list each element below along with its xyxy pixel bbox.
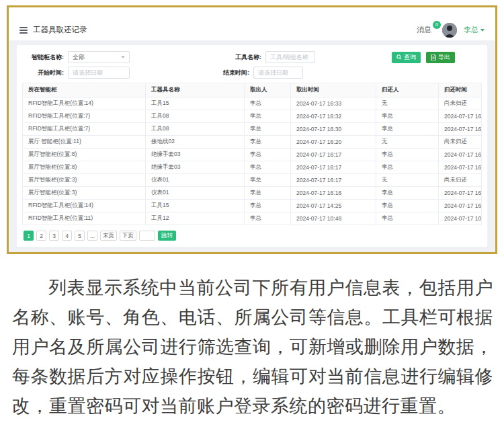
start-time-label: 开始时间: [22,69,64,77]
table-body: RFID智能工具柜(位置:14)工具15李总2024-07-17 16:33无尚… [23,97,482,225]
table-cell: 展厅智能柜(位置:3) [23,187,146,200]
table-cell: 2024-07-17 16:32 [439,123,482,136]
avatar[interactable] [442,23,457,38]
goto-page-input[interactable] [139,231,155,241]
table-cell: 无 [376,174,439,187]
table-cell: 2024-07-17 16:32 [291,110,376,123]
search-icon [396,54,402,60]
table-cell: RFID智能工具柜(位置:11) [23,212,146,225]
table-cell: 李总 [376,187,439,200]
table-row: 展厅智能柜(位置:8)绝缘手套03李总2024-07-17 16:17李总202… [23,149,482,161]
cabinet-name-label: 智能柜名称: [22,53,64,62]
table-cell: 无 [376,97,439,110]
table-cell: 接地线02 [146,136,245,149]
app-navbar: 工器具取还记录 消息 0 李总 [9,7,495,40]
message-link[interactable]: 消息 0 [417,25,435,35]
table-cell: 李总 [376,123,439,136]
table-row: 展厅智能柜(位置:3)仪表01李总2024-07-17 16:17无尚未归还 [23,174,482,187]
table-header-cell: 取出时间 [291,83,376,97]
message-label: 消息 [417,26,431,34]
records-panel: 智能柜名称: 全部 工具名称: 查询 导出 [17,45,487,247]
table-cell: 2024-07-17 10:48 [291,212,376,225]
table-cell: 无 [376,136,439,149]
table-cell: 2024-07-17 16:17 [291,174,376,187]
table-header-cell: 工器具名称 [146,83,245,97]
last-page-button[interactable]: 末页 [100,231,117,241]
table-cell: RFID智能工具柜(位置:7) [23,123,146,136]
content-area: 智能柜名称: 全部 工具名称: 查询 导出 [9,40,495,252]
table-cell: 2024-07-17 16:30 [291,123,376,136]
export-button[interactable]: 导出 [426,52,455,63]
table-cell: 尚未归还 [439,136,482,149]
table-cell: 2024-07-17 16:20 [291,136,376,149]
table-row: RFID智能工具柜(位置:14)工具15李总2024-07-17 14:25李总… [23,200,482,212]
page-button[interactable]: ... [87,231,97,241]
table-row: RFID智能工具柜(位置:14)工具15李总2024-07-17 16:33无尚… [23,97,482,110]
table-cell: 李总 [245,149,291,161]
table-cell: 李总 [245,97,291,110]
table-cell: 尚未归还 [439,174,482,187]
hamburger-menu-icon[interactable] [19,27,28,34]
table-cell: 工具08 [146,110,245,123]
tool-name-input[interactable] [265,51,315,63]
goto-button[interactable]: 跳转 [158,231,176,241]
table-row: 展厅智能柜(位置:3)仪表01李总2024-07-17 16:16李总2024-… [23,187,482,200]
table-cell: 工具12 [146,212,245,225]
table-cell: RFID智能工具柜(位置:7) [23,110,146,123]
table-cell: 李总 [245,212,291,225]
description-paragraph: 列表显示系统中当前公司下所有用户信息表，包括用户名称、账号、角色、电话、所属公司… [12,273,493,421]
user-name: 李总 [464,25,478,35]
tool-name-label: 工具名称: [222,53,261,62]
table-cell: 李总 [245,187,291,200]
cabinet-select[interactable]: 全部 [68,51,130,63]
table-cell: 李总 [376,200,439,212]
table-header-cell: 取出人 [245,83,291,97]
table-cell: 工具15 [146,97,245,110]
table-header-cell: 归还人 [376,83,439,97]
table-cell: 展厅智能柜(位置:3) [23,174,146,187]
filter-row-1: 智能柜名称: 全部 工具名称: 查询 导出 [22,50,482,64]
start-date-input[interactable] [68,67,130,79]
page-button[interactable]: 5 [75,231,85,241]
table-header-row: 所在智能柜工器具名称取出人取出时间归还人归还时间 [23,83,482,97]
next-page-button[interactable]: 下页 [120,231,136,241]
table-cell: 绝缘手套03 [146,161,245,174]
table-cell: 李总 [245,161,291,174]
cabinet-select-value: 全部 [73,53,85,62]
table-cell: 2024-07-17 16:17 [439,161,482,174]
select-caret-icon [121,56,125,58]
page-title: 工器具取还记录 [33,25,87,35]
table-cell: 工具15 [146,200,245,212]
table-cell: RFID智能工具柜(位置:14) [23,97,146,110]
search-button[interactable]: 查询 [392,52,421,63]
table-cell: 李总 [245,174,291,187]
table-cell: 2024-07-17 16:17 [291,149,376,161]
table-cell: 2024-07-17 16:16 [291,187,376,200]
table-cell: 李总 [245,136,291,149]
table-cell: 展厅智能柜(位置:8) [23,149,146,161]
table-cell: 展厅 智能柜(位置:11) [23,136,146,149]
table-cell: 2024-07-17 14:25 [291,200,376,212]
page-buttons: 12345... [24,231,100,241]
table-row: 展厅 智能柜(位置:11)接地线02李总2024-07-17 16:20无尚未归… [23,136,482,149]
page-button[interactable]: 3 [49,231,59,241]
table-cell: 仪表01 [146,174,245,187]
end-date-input[interactable] [253,67,303,79]
table-cell: 2024-07-17 16:17 [439,187,482,200]
table-cell: 李总 [376,212,439,225]
table-cell: 绝缘手套03 [146,149,245,161]
user-menu[interactable]: 李总 [464,25,485,35]
export-file-icon [431,54,436,61]
page-button[interactable]: 1 [24,231,34,241]
table-cell: 2024-07-17 16:18 [439,149,482,161]
pagination: 12345... 末页 下页 跳转 [24,231,482,241]
screenshot-frame: 工器具取还记录 消息 0 李总 智能柜名称: [7,5,497,254]
table-cell: 尚未归还 [439,97,482,110]
table-row: RFID智能工具柜(位置:7)工具08李总2024-07-17 16:30李总2… [23,123,482,136]
records-table: 所在智能柜工器具名称取出人取出时间归还人归还时间 RFID智能工具柜(位置:14… [22,83,482,225]
table-cell: 李总 [376,110,439,123]
page-button[interactable]: 4 [62,231,72,241]
table-cell: 2024-07-17 10:53 [439,212,482,225]
page-button[interactable]: 2 [36,231,46,241]
table-cell: 2024-07-17 16:30 [439,200,482,212]
